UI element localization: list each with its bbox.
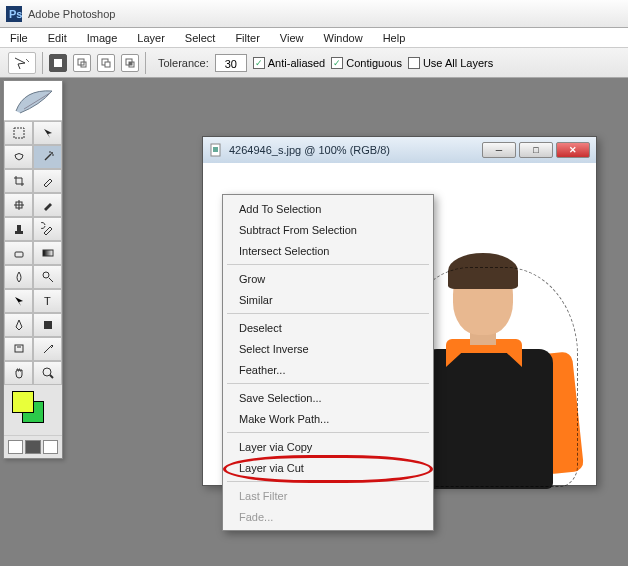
color-swatches[interactable] <box>8 389 58 431</box>
blur-tool[interactable] <box>4 265 33 289</box>
svg-line-12 <box>45 154 51 160</box>
menu-separator <box>227 264 429 265</box>
menu-layer-via-copy[interactable]: Layer via Copy <box>225 436 431 457</box>
toolbox-header-icon <box>4 81 62 121</box>
selection-subtract-button[interactable] <box>97 54 115 72</box>
menu-file[interactable]: File <box>0 30 38 46</box>
history-brush-tool[interactable] <box>33 217 62 241</box>
pen-tool[interactable] <box>4 313 33 337</box>
use-all-layers-checkbox[interactable]: Use All Layers <box>408 57 493 69</box>
svg-text:T: T <box>44 295 51 307</box>
menu-subtract-from-selection[interactable]: Subtract From Selection <box>225 219 431 240</box>
menu-separator <box>227 481 429 482</box>
svg-point-23 <box>43 272 49 278</box>
shape-tool[interactable] <box>33 313 62 337</box>
svg-rect-9 <box>129 62 132 65</box>
healing-tool[interactable] <box>4 193 33 217</box>
document-icon <box>209 143 223 157</box>
menu-bar: File Edit Image Layer Select Filter View… <box>0 28 628 48</box>
quickmask-mode-button[interactable] <box>25 440 40 454</box>
move-tool[interactable] <box>33 121 62 145</box>
menu-deselect[interactable]: Deselect <box>225 317 431 338</box>
app-icon: Ps <box>6 6 22 22</box>
contiguous-checkbox[interactable]: ✓Contiguous <box>331 57 402 69</box>
menu-window[interactable]: Window <box>314 30 373 46</box>
menu-image[interactable]: Image <box>77 30 128 46</box>
menu-feather[interactable]: Feather... <box>225 359 431 380</box>
hand-tool[interactable] <box>4 361 33 385</box>
magic-wand-tool[interactable] <box>33 145 62 169</box>
tolerance-label: Tolerance: <box>158 57 209 69</box>
eyedropper-tool[interactable] <box>33 337 62 361</box>
crop-tool[interactable] <box>4 169 33 193</box>
menu-add-to-selection[interactable]: Add To Selection <box>225 198 431 219</box>
menu-make-work-path[interactable]: Make Work Path... <box>225 408 431 429</box>
menu-select[interactable]: Select <box>175 30 226 46</box>
standard-mode-button[interactable] <box>8 440 23 454</box>
menu-filter[interactable]: Filter <box>225 30 269 46</box>
menu-intersect-selection[interactable]: Intersect Selection <box>225 240 431 261</box>
options-bar: Tolerance: 30 ✓Anti-aliased ✓Contiguous … <box>0 48 628 78</box>
menu-last-filter: Last Filter <box>225 485 431 506</box>
anti-aliased-label: Anti-aliased <box>268 57 325 69</box>
brush-tool[interactable] <box>33 193 62 217</box>
contiguous-label: Contiguous <box>346 57 402 69</box>
svg-rect-6 <box>105 62 110 67</box>
menu-layer-via-cut[interactable]: Layer via Cut <box>225 457 431 478</box>
menu-view[interactable]: View <box>270 30 314 46</box>
svg-line-24 <box>49 278 53 282</box>
toolbox: T <box>3 80 63 459</box>
slice-tool[interactable] <box>33 169 62 193</box>
marquee-tool[interactable] <box>4 121 33 145</box>
svg-line-30 <box>50 375 53 378</box>
path-select-tool[interactable] <box>4 289 33 313</box>
zoom-tool[interactable] <box>33 361 62 385</box>
menu-save-selection[interactable]: Save Selection... <box>225 387 431 408</box>
selection-add-button[interactable] <box>73 54 91 72</box>
menu-separator <box>227 313 429 314</box>
svg-rect-26 <box>44 321 52 329</box>
anti-aliased-checkbox[interactable]: ✓Anti-aliased <box>253 57 325 69</box>
menu-grow[interactable]: Grow <box>225 268 431 289</box>
svg-rect-19 <box>17 225 21 231</box>
tolerance-input[interactable]: 30 <box>215 54 247 72</box>
current-tool-indicator[interactable] <box>8 52 36 74</box>
menu-similar[interactable]: Similar <box>225 289 431 310</box>
svg-rect-2 <box>54 59 62 67</box>
svg-rect-22 <box>43 250 53 256</box>
maximize-button[interactable]: □ <box>519 142 553 158</box>
document-titlebar[interactable]: 4264946_s.jpg @ 100% (RGB/8) ─ □ ✕ <box>203 137 596 163</box>
dodge-tool[interactable] <box>33 265 62 289</box>
notes-tool[interactable] <box>4 337 33 361</box>
foreground-color[interactable] <box>12 391 34 413</box>
app-titlebar: Ps Adobe Photoshop <box>0 0 628 28</box>
screen-mode-buttons <box>4 435 62 458</box>
minimize-button[interactable]: ─ <box>482 142 516 158</box>
close-button[interactable]: ✕ <box>556 142 590 158</box>
app-title: Adobe Photoshop <box>28 8 115 20</box>
menu-separator <box>227 383 429 384</box>
svg-rect-21 <box>15 252 23 257</box>
menu-edit[interactable]: Edit <box>38 30 77 46</box>
menu-select-inverse[interactable]: Select Inverse <box>225 338 431 359</box>
svg-point-29 <box>43 368 51 376</box>
svg-rect-11 <box>14 128 24 138</box>
context-menu: Add To Selection Subtract From Selection… <box>222 194 434 531</box>
menu-layer[interactable]: Layer <box>127 30 175 46</box>
svg-rect-20 <box>15 231 23 234</box>
lasso-tool[interactable] <box>4 145 33 169</box>
use-all-layers-label: Use All Layers <box>423 57 493 69</box>
fullscreen-mode-button[interactable] <box>43 440 58 454</box>
menu-help[interactable]: Help <box>373 30 416 46</box>
separator <box>42 52 43 74</box>
selection-new-button[interactable] <box>49 54 67 72</box>
gradient-tool[interactable] <box>33 241 62 265</box>
svg-text:Ps: Ps <box>9 8 22 20</box>
type-tool[interactable]: T <box>33 289 62 313</box>
eraser-tool[interactable] <box>4 241 33 265</box>
stamp-tool[interactable] <box>4 217 33 241</box>
selection-intersect-button[interactable] <box>121 54 139 72</box>
svg-point-13 <box>51 152 53 154</box>
svg-rect-32 <box>213 147 218 152</box>
tool-grid: T <box>4 121 62 385</box>
